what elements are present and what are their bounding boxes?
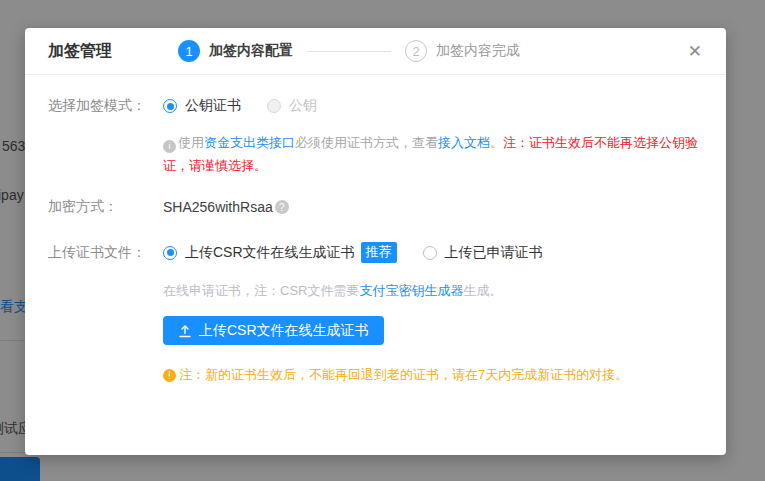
sign-mode-label: 选择加签模式： xyxy=(48,97,163,115)
radio-upload-applied[interactable]: 上传已申请证书 xyxy=(423,244,543,262)
radio-public-key-cert-label: 公钥证书 xyxy=(185,97,241,115)
close-icon[interactable]: ✕ xyxy=(686,41,704,62)
step-1-label: 加签内容配置 xyxy=(209,42,293,60)
upload-button-label: 上传CSR文件在线生成证书 xyxy=(199,322,369,340)
page: 563 ipay 查看支 测试应 加签管理 1 加签内容配置 2 加签内容完成 xyxy=(0,0,765,481)
radio-selected-icon xyxy=(163,246,177,260)
radio-selected-icon xyxy=(163,99,177,113)
note-text: 。 xyxy=(490,135,503,150)
step-2-circle: 2 xyxy=(405,40,427,62)
step-1: 1 加签内容配置 xyxy=(178,40,293,62)
radio-disabled-icon xyxy=(267,99,281,113)
dialog-body: 选择加签模式： 公钥证书 公钥 i使用资金支出类接口必须使用证书方式，查看接入文… xyxy=(25,75,726,384)
step-1-circle: 1 xyxy=(178,40,200,62)
step-2: 2 加签内容完成 xyxy=(405,40,520,62)
encrypt-method-label: 加密方式： xyxy=(48,198,163,216)
encrypt-method-row: 加密方式： SHA256withRsaa ? xyxy=(48,198,702,216)
warning-text: 注：新的证书生效后，不能再回退到老的证书，请在7天内完成新证书的对接。 xyxy=(179,366,628,384)
radio-upload-csr[interactable]: 上传CSR文件在线生成证书 推荐 xyxy=(163,242,397,263)
radio-unselected-icon xyxy=(423,246,437,260)
sign-management-dialog: 加签管理 1 加签内容配置 2 加签内容完成 ✕ 选择加签模式： xyxy=(25,28,726,455)
note-text: 在线申请证书，注：CSR文件需要 xyxy=(163,283,359,298)
radio-public-key[interactable]: 公钥 xyxy=(267,97,317,115)
sign-mode-row: 选择加签模式： 公钥证书 公钥 xyxy=(48,97,702,115)
help-icon[interactable]: ? xyxy=(275,200,289,214)
new-cert-warning: ! 注：新的证书生效后，不能再回退到老的证书，请在7天内完成新证书的对接。 xyxy=(163,366,702,384)
csr-note: 在线申请证书，注：CSR文件需要支付宝密钥生成器生成。 xyxy=(163,282,702,300)
key-generator-link[interactable]: 支付宝密钥生成器 xyxy=(359,283,463,298)
upload-cert-label: 上传证书文件： xyxy=(48,244,163,262)
warning-icon: ! xyxy=(163,369,176,382)
info-icon: i xyxy=(163,140,176,153)
upload-button-wrap: 上传CSR文件在线生成证书 xyxy=(163,300,702,345)
note-text: 生成。 xyxy=(463,283,502,298)
steps-indicator: 1 加签内容配置 2 加签内容完成 xyxy=(178,40,520,62)
note-text: 使用 xyxy=(178,135,204,150)
radio-upload-applied-label: 上传已申请证书 xyxy=(445,244,543,262)
upload-cert-radio-group: 上传CSR文件在线生成证书 推荐 上传已申请证书 xyxy=(163,242,543,263)
step-2-label: 加签内容完成 xyxy=(436,42,520,60)
encrypt-method-value: SHA256withRsaa xyxy=(163,199,273,215)
dialog-title: 加签管理 xyxy=(48,41,112,62)
recommended-badge: 推荐 xyxy=(361,242,397,263)
funds-api-link[interactable]: 资金支出类接口 xyxy=(204,135,295,150)
note-text: 必须使用证书方式，查看 xyxy=(295,135,438,150)
dialog-header: 加签管理 1 加签内容配置 2 加签内容完成 ✕ xyxy=(25,28,726,75)
step-connector-line xyxy=(307,51,391,52)
radio-public-key-cert[interactable]: 公钥证书 xyxy=(163,97,241,115)
sign-mode-radio-group: 公钥证书 公钥 xyxy=(163,97,317,115)
upload-cert-row: 上传证书文件： 上传CSR文件在线生成证书 推荐 上传已申请证书 xyxy=(48,242,702,263)
sign-mode-note: i使用资金支出类接口必须使用证书方式，查看接入文档。注：证书生效后不能再选择公钥… xyxy=(163,131,715,177)
encrypt-method-value-wrap: SHA256withRsaa ? xyxy=(163,199,289,215)
upload-csr-button[interactable]: 上传CSR文件在线生成证书 xyxy=(163,316,384,345)
radio-public-key-label: 公钥 xyxy=(289,97,317,115)
radio-upload-csr-label: 上传CSR文件在线生成证书 xyxy=(185,244,355,262)
upload-icon xyxy=(178,324,192,338)
integration-doc-link[interactable]: 接入文档 xyxy=(438,135,490,150)
